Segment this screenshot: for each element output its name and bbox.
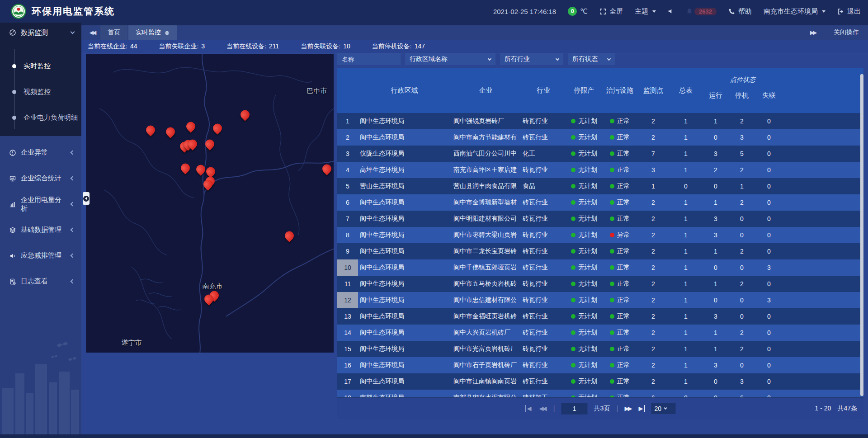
page-size-value: 20 bbox=[655, 405, 662, 412]
next-page-button[interactable]: ▶▶ bbox=[625, 405, 632, 412]
cell-region: 南部生态环境局 bbox=[358, 390, 451, 397]
row-index: 16 bbox=[337, 357, 358, 373]
stop-status-label: 无计划 bbox=[578, 394, 597, 397]
tab-home[interactable]: 首页 bbox=[100, 25, 127, 40]
cell-monitor-count: 2 bbox=[637, 373, 669, 390]
sidebar-collapse-button[interactable] bbox=[83, 192, 90, 205]
prev-page-button[interactable]: ◀◀ bbox=[539, 405, 547, 412]
table-scrollbar[interactable] bbox=[860, 74, 863, 396]
cell-region: 营山生态环境局 bbox=[358, 178, 451, 194]
map-panel[interactable]: 巴中市 南充市 遂宁市 bbox=[86, 54, 334, 353]
cell-run-count: 0 bbox=[703, 390, 729, 397]
submenu-dot-icon bbox=[12, 64, 16, 68]
cell-industry: 砖瓦行业 bbox=[521, 211, 566, 227]
name-filter-input[interactable] bbox=[337, 53, 401, 65]
cell-index: 16 bbox=[337, 357, 358, 373]
tab-realtime-monitor[interactable]: 实时监控 ⊗ bbox=[128, 25, 177, 40]
table-row[interactable]: 1 阆中生态环境局 阆中强锐页岩砖厂 砖瓦行业 无计划 bbox=[337, 113, 863, 129]
theme-dropdown[interactable]: 主题 bbox=[635, 7, 656, 16]
sidebar-item-power-analysis[interactable]: 企业用电量分析 bbox=[0, 191, 81, 217]
table-row[interactable]: 11 阆中生态环境局 阆中市五马桥页岩机砖 砖瓦行业 无计划 bbox=[337, 276, 863, 292]
sidebar-item-base-data[interactable]: 基础数据管理 bbox=[0, 217, 81, 243]
sidebar-subitem[interactable]: 视频监控 bbox=[0, 79, 81, 105]
sidebar-group-label: 数据监测 bbox=[21, 28, 66, 37]
status-filter-select[interactable]: 所有状态 bbox=[568, 53, 615, 65]
cell-index: 10 bbox=[337, 259, 358, 276]
table-row[interactable]: 13 阆中生态环境局 阆中市金福旺页岩机砖 砖瓦行业 无计划 bbox=[337, 308, 863, 325]
footer-strip bbox=[0, 434, 868, 438]
cell-halt-count: 2 bbox=[729, 194, 755, 211]
sidebar-item-emergency[interactable]: 应急减排管理 bbox=[0, 243, 81, 268]
sidebar-group-data-monitor: 数据监测 实时监控 视频监控 bbox=[0, 23, 81, 136]
cell-halt-count: 0 bbox=[729, 259, 755, 276]
cell-index: 12 bbox=[337, 292, 358, 308]
table-row[interactable]: 12 阆中生态环境局 阆中市忠信建材有限公 砖瓦行业 无计划 bbox=[337, 292, 863, 308]
cell-region: 阆中生态环境局 bbox=[358, 259, 451, 276]
fullscreen-button[interactable]: 全屏 bbox=[599, 7, 623, 16]
header-monitor: 监测点 bbox=[637, 68, 669, 113]
table-row[interactable]: 14 阆中生态环境局 阆中大兴页岩机砖厂 砖瓦行业 无计划 bbox=[337, 325, 863, 341]
facility-status-dot-icon bbox=[610, 298, 614, 302]
sidebar-item-enterprise-anomaly[interactable]: 企业异常 bbox=[0, 140, 81, 165]
logout-button[interactable]: 退出 bbox=[837, 7, 861, 16]
table-row[interactable]: 4 高坪生态环境局 南充市高坪区王家店建 砖瓦行业 无计划 bbox=[337, 162, 863, 178]
sidebar-subitem[interactable]: 实时监控 bbox=[0, 53, 81, 79]
stop-status-label: 无计划 bbox=[578, 377, 597, 386]
stop-status-label: 无计划 bbox=[578, 198, 597, 207]
cell-industry: 砖瓦行业 bbox=[521, 357, 566, 373]
pagination-controls: ◀ ◀◀ | 1 共3页 | ▶▶ ▶ 20 bbox=[525, 403, 675, 414]
tab-close-icon[interactable]: ⊗ bbox=[165, 29, 170, 36]
table-row[interactable]: 8 阆中生态环境局 阆中市枣碧大梁山页岩 砖瓦行业 无计划 bbox=[337, 227, 863, 243]
sidebar-item-logs[interactable]: 日志查看 bbox=[0, 268, 81, 294]
row-index: 9 bbox=[337, 243, 358, 259]
table-row[interactable]: 9 阆中生态环境局 阆中市二龙长宝页岩砖 砖瓦行业 无计划 bbox=[337, 243, 863, 259]
cell-industry: 砖瓦行业 bbox=[521, 325, 566, 341]
cell-meter-count: 1 bbox=[669, 308, 703, 325]
sidebar-item-enterprise-stats[interactable]: 企业综合统计 bbox=[0, 165, 81, 191]
table-row[interactable]: 6 阆中生态环境局 阆中市金博瑞新型墙材 砖瓦行业 无计划 bbox=[337, 194, 863, 211]
cell-region: 阆中生态环境局 bbox=[358, 243, 451, 259]
cell-monitor-count: 2 bbox=[637, 243, 669, 259]
sidebar-item-data-monitor[interactable]: 数据监测 bbox=[0, 23, 81, 42]
region-filter-select[interactable]: 行政区域名称 bbox=[405, 53, 495, 65]
cell-index: 11 bbox=[337, 276, 358, 292]
page-size-select[interactable]: 20 bbox=[651, 403, 676, 414]
bar-chart-icon bbox=[9, 201, 16, 208]
cell-company: 阆中市江南镇阆南页岩 bbox=[451, 373, 521, 390]
cell-halt-count: 0 bbox=[729, 211, 755, 227]
tabs-scroll-right-button[interactable]: ▶▶ bbox=[805, 29, 821, 36]
stop-status-label: 无计划 bbox=[578, 133, 597, 141]
table-row[interactable]: 15 阆中生态环境局 阆中市光富页岩机砖厂 砖瓦行业 无计划 bbox=[337, 341, 863, 357]
first-page-button[interactable]: ◀ bbox=[525, 405, 533, 412]
cell-region: 阆中生态环境局 bbox=[358, 325, 451, 341]
stop-status-label: 无计划 bbox=[578, 312, 597, 320]
tabs-scroll-left-button[interactable]: ◀◀ bbox=[84, 25, 100, 40]
sidebar-item-label: 企业用电量分析 bbox=[21, 196, 66, 213]
sidebar-subitem[interactable]: 企业电力负荷明细 bbox=[0, 105, 81, 131]
last-page-button[interactable]: ▶ bbox=[639, 405, 645, 412]
industry-filter-select[interactable]: 所有行业 bbox=[500, 53, 563, 65]
map-city-label: 遂宁市 bbox=[122, 339, 142, 347]
cell-monitor-count: 2 bbox=[637, 227, 669, 243]
sidebar-subitem-label: 视频监控 bbox=[24, 88, 51, 96]
table-row[interactable]: 3 仪陇生态环境局 西南油气田分公司川中 化工 无计划 bbox=[337, 146, 863, 162]
table-row[interactable]: 10 阆中生态环境局 阆中千佛镇五郎垭页岩 砖瓦行业 无计划 bbox=[337, 259, 863, 276]
table-row[interactable]: 5 营山生态环境局 营山县润丰肉食品有限 食品 无计划 bbox=[337, 178, 863, 194]
table-row[interactable]: 7 阆中生态环境局 阆中明阳建材有限公司 砖瓦行业 无计划 bbox=[337, 211, 863, 227]
stat-value: 10 bbox=[343, 42, 350, 51]
chevron-left-icon bbox=[71, 279, 75, 284]
header-run: 运行 bbox=[703, 91, 729, 100]
page-number-input[interactable]: 1 bbox=[561, 403, 588, 414]
table-row[interactable]: 17 阆中生态环境局 阆中市江南镇阆南页岩 砖瓦行业 无计划 bbox=[337, 373, 863, 390]
cell-company: 阆中市金博瑞新型墙材 bbox=[451, 194, 521, 211]
table-row[interactable]: 2 阆中生态环境局 阆中市南方节能建材有 砖瓦行业 无计划 bbox=[337, 129, 863, 146]
org-dropdown[interactable]: 南充市生态环境局 bbox=[764, 7, 826, 16]
cell-region: 阆中生态环境局 bbox=[358, 194, 451, 211]
notifications[interactable]: 2632 bbox=[686, 8, 717, 15]
table-row[interactable]: 18 南部生态环境局 南部县砌兴水泥有限公 建材加工 无计划 bbox=[337, 390, 863, 397]
cell-meter-count: 1 bbox=[669, 341, 703, 357]
close-operations-button[interactable]: 关闭操作 bbox=[834, 28, 859, 37]
mute-button[interactable] bbox=[668, 8, 674, 14]
help-button[interactable]: 帮助 bbox=[728, 7, 752, 16]
table-row[interactable]: 16 阆中生态环境局 阆中市石子页岩机砖厂 砖瓦行业 无计划 bbox=[337, 357, 863, 373]
